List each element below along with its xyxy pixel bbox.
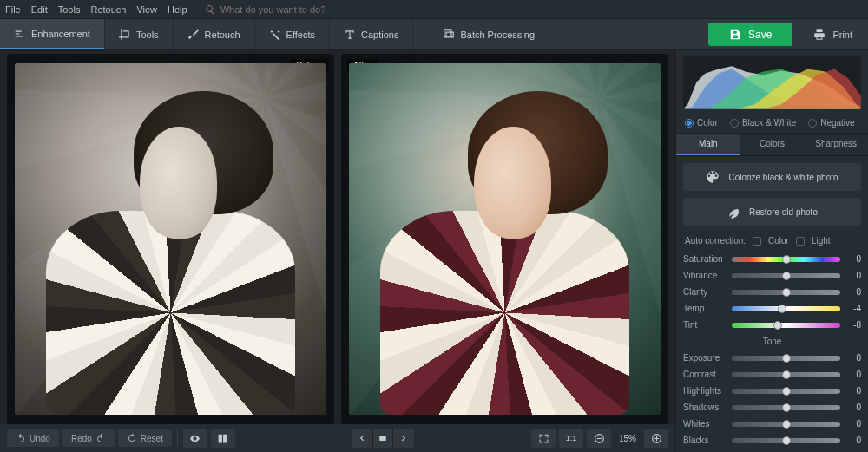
- slider-contrast-thumb[interactable]: [782, 370, 791, 379]
- reset-button[interactable]: Reset: [118, 429, 172, 447]
- slider-temp-track[interactable]: [732, 306, 840, 311]
- slider-exposure-thumb[interactable]: [782, 354, 791, 363]
- menu-help[interactable]: Help: [168, 4, 187, 15]
- compare-button[interactable]: [211, 429, 235, 448]
- slider-shadows-track[interactable]: [732, 405, 840, 410]
- slider-saturation-track[interactable]: [732, 257, 840, 262]
- slider-saturation-thumb[interactable]: [782, 255, 791, 264]
- slider-temp-thumb[interactable]: [778, 305, 786, 313]
- slider-tint-thumb[interactable]: [773, 321, 782, 330]
- mode-negative[interactable]: Negative: [808, 118, 854, 128]
- menu-tools[interactable]: Tools: [58, 4, 81, 15]
- mode-bw[interactable]: Black & White: [730, 118, 796, 128]
- stack-icon: [443, 29, 455, 41]
- tab-captions[interactable]: Captions: [330, 19, 413, 49]
- prev-image-button[interactable]: [352, 429, 372, 448]
- save-icon: [729, 29, 741, 41]
- zoom-out-button[interactable]: [587, 429, 611, 448]
- slider-vibrance-track[interactable]: [732, 273, 840, 278]
- tab-tools-label: Tools: [136, 29, 159, 40]
- mode-color[interactable]: Color: [685, 118, 718, 128]
- menu-retouch[interactable]: Retouch: [90, 4, 126, 15]
- undo-button[interactable]: Undo: [7, 429, 59, 447]
- slider-contrast-track[interactable]: [732, 372, 840, 377]
- search-wrap: [205, 4, 351, 15]
- tab-batch[interactable]: Batch Processing: [429, 19, 549, 49]
- slider-highlights-track[interactable]: [732, 389, 840, 394]
- slider-blacks-value: 0: [845, 436, 861, 445]
- auto-color-checkbox[interactable]: [753, 237, 761, 246]
- histogram[interactable]: [683, 56, 861, 109]
- crop-icon: [119, 29, 131, 41]
- before-pane[interactable]: Before: [7, 54, 334, 424]
- tab-enhancement[interactable]: Enhancement: [0, 19, 105, 49]
- slider-tint-track[interactable]: [732, 323, 840, 328]
- slider-clarity-thumb[interactable]: [782, 288, 791, 297]
- sliders-icon: [14, 28, 26, 40]
- slider-blacks: Blacks0: [683, 436, 861, 445]
- auto-light-checkbox[interactable]: [796, 237, 805, 246]
- print-button[interactable]: Print: [798, 19, 868, 49]
- compare-icon: [217, 433, 228, 444]
- next-image-button[interactable]: [393, 429, 414, 448]
- colorize-button[interactable]: Colorize black & white photo: [683, 163, 861, 191]
- tab-effects-label: Effects: [286, 29, 315, 40]
- slider-whites-thumb[interactable]: [782, 420, 791, 429]
- slider-clarity-track[interactable]: [732, 290, 840, 295]
- slider-shadows-label: Shadows: [683, 403, 727, 412]
- subtab-main[interactable]: Main: [676, 134, 740, 155]
- auto-color-label: Color: [768, 236, 789, 246]
- menu-edit[interactable]: Edit: [31, 4, 48, 15]
- after-image: [349, 63, 660, 416]
- slider-exposure-value: 0: [845, 353, 861, 363]
- slider-clarity: Clarity0: [683, 287, 861, 297]
- slider-vibrance-thumb[interactable]: [782, 272, 791, 280]
- actual-size-button[interactable]: 1:1: [559, 429, 583, 448]
- slider-shadows-value: 0: [845, 403, 861, 412]
- menu-view[interactable]: View: [136, 4, 157, 15]
- slider-highlights-label: Highlights: [683, 386, 727, 396]
- reset-label: Reset: [141, 434, 163, 443]
- fit-button[interactable]: [531, 429, 556, 448]
- slider-blacks-thumb[interactable]: [782, 436, 791, 445]
- after-pane[interactable]: After: [341, 54, 668, 424]
- zoom-in-button[interactable]: [644, 429, 668, 448]
- slider-highlights-value: 0: [845, 386, 861, 396]
- browse-button[interactable]: [372, 429, 393, 448]
- main: Before After Undo Redo Reset: [0, 50, 868, 452]
- slider-blacks-track[interactable]: [732, 438, 840, 443]
- slider-shadows-thumb[interactable]: [782, 403, 791, 412]
- subtabs: Main Colors Sharpness: [676, 133, 868, 156]
- tab-retouch[interactable]: Retouch: [174, 19, 255, 49]
- slider-tint: Tint-8: [683, 320, 861, 330]
- save-button[interactable]: Save: [708, 23, 792, 46]
- redo-button[interactable]: Redo: [62, 429, 115, 447]
- slider-saturation: Saturation0: [683, 254, 861, 264]
- wand-icon: [269, 29, 281, 41]
- slider-contrast: Contrast0: [683, 370, 861, 379]
- subtab-sharpness[interactable]: Sharpness: [804, 134, 868, 155]
- slider-temp: Temp-4: [683, 304, 861, 313]
- menu-file[interactable]: File: [5, 4, 21, 15]
- tab-tools[interactable]: Tools: [105, 19, 174, 49]
- slider-highlights-thumb[interactable]: [782, 387, 791, 396]
- restore-button[interactable]: Restore old photo: [683, 198, 861, 226]
- slider-blacks-label: Blacks: [683, 436, 727, 445]
- plus-icon: [651, 433, 662, 444]
- eye-button[interactable]: [183, 429, 207, 448]
- subtab-colors[interactable]: Colors: [740, 134, 805, 155]
- chevron-right-icon: [399, 434, 408, 442]
- slider-vibrance-label: Vibrance: [683, 271, 727, 280]
- slider-clarity-value: 0: [845, 287, 861, 297]
- slider-whites-track[interactable]: [732, 422, 840, 427]
- redo-icon: [95, 433, 106, 443]
- slider-highlights: Highlights0: [683, 386, 861, 396]
- auto-label: Auto correction:: [685, 236, 746, 246]
- slider-exposure-label: Exposure: [683, 353, 727, 363]
- slider-exposure-track[interactable]: [732, 356, 840, 361]
- search-input[interactable]: [220, 4, 351, 15]
- bottombar: Undo Redo Reset 1:1 15%: [0, 424, 675, 452]
- fit-icon: [538, 433, 549, 444]
- slider-temp-value: -4: [845, 304, 861, 313]
- tab-effects[interactable]: Effects: [255, 19, 330, 49]
